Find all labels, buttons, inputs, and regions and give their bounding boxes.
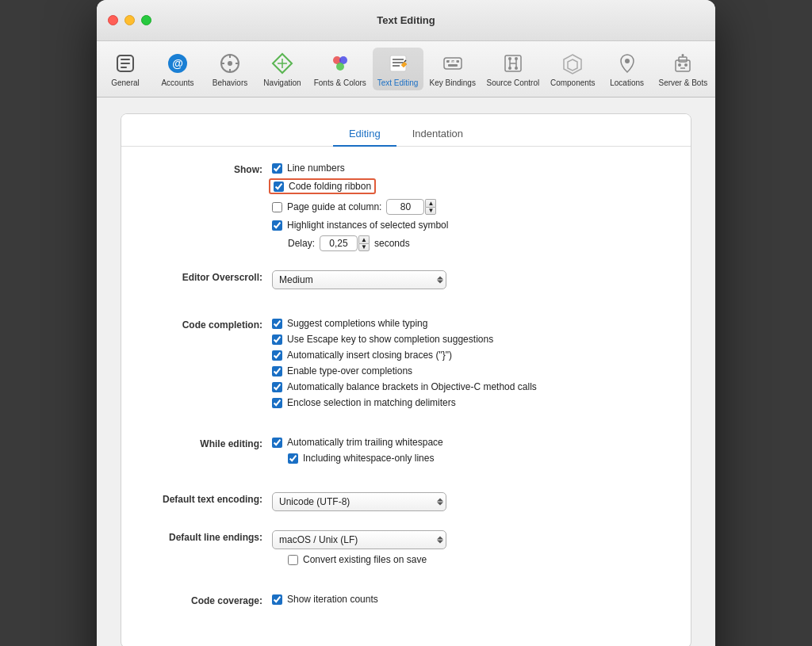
escape-key-checkbox[interactable]: [272, 334, 282, 345]
server-bots-icon: [670, 51, 695, 76]
delay-decrement[interactable]: ▼: [358, 243, 370, 251]
highlight-instances-checkbox[interactable]: [272, 220, 282, 231]
toolbar-label-text-editing: Text Editing: [377, 78, 419, 87]
code-coverage-content: Show iteration counts: [272, 594, 667, 610]
text-encoding-row: Unicode (UTF-8) UTF-16 ASCII: [272, 492, 667, 511]
svg-rect-3: [121, 67, 127, 68]
whitespace-only-lines-checkbox[interactable]: [288, 453, 298, 464]
toolbar-label-source-control: Source Control: [487, 78, 540, 87]
page-guide-spinner-buttons: ▲ ▼: [425, 199, 436, 215]
balance-brackets-checkbox[interactable]: [272, 382, 282, 392]
toolbar-item-fonts-colors[interactable]: Fonts & Colors: [309, 48, 371, 90]
general-icon: [113, 51, 138, 76]
convert-existing-checkbox[interactable]: [288, 555, 298, 565]
tab-editing[interactable]: Editing: [333, 122, 396, 147]
delay-row: Delay: ▲ ▼ seconds: [288, 235, 667, 251]
svg-point-16: [336, 63, 344, 71]
navigation-icon: [270, 51, 295, 76]
auto-insert-braces-checkbox[interactable]: [272, 350, 282, 361]
type-over-row: Enable type-over completions: [272, 365, 667, 377]
convert-existing-row: Convert existing files on save: [288, 554, 667, 565]
svg-point-35: [508, 67, 511, 70]
toolbar-item-navigation[interactable]: Navigation: [257, 48, 308, 90]
trim-whitespace-checkbox[interactable]: [272, 438, 282, 448]
whitespace-only-lines-row: Including whitespace-only lines: [288, 453, 667, 464]
show-iteration-counts-row: Show iteration counts: [272, 594, 667, 605]
while-editing-content: Automatically trim trailing whitespace I…: [272, 437, 667, 468]
svg-rect-1: [121, 59, 130, 60]
toolbar-item-source-control[interactable]: Source Control: [482, 48, 544, 90]
page-guide-input[interactable]: [386, 199, 424, 215]
line-endings-select[interactable]: macOS / Unix (LF) Windows (CRLF) Classic…: [272, 530, 446, 549]
toolbar-item-accounts[interactable]: @ Accounts: [152, 48, 203, 90]
editor-overscroll-label: Editor Overscroll:: [145, 270, 272, 283]
svg-point-41: [684, 63, 688, 67]
editor-overscroll-content: Medium None Small Large: [272, 270, 667, 294]
toolbar-item-components[interactable]: Components: [546, 48, 600, 90]
svg-point-37: [625, 59, 630, 63]
enclose-selection-checkbox[interactable]: [272, 398, 282, 408]
key-bindings-icon: ctrl opt: [440, 51, 465, 76]
main-window: Text Editing General @ Accounts: [97, 0, 715, 646]
toolbar-item-text-editing[interactable]: Text Editing: [373, 48, 423, 90]
editor-overscroll-section: Editor Overscroll: Medium None Small Lar…: [145, 270, 667, 294]
show-iteration-counts-checkbox[interactable]: [272, 594, 282, 605]
while-editing-label: While editing:: [145, 437, 272, 449]
toolbar-item-locations[interactable]: Locations: [602, 48, 653, 90]
line-numbers-row: Line numbers: [272, 162, 667, 174]
line-endings-row: macOS / Unix (LF) Windows (CRLF) Classic…: [272, 530, 667, 549]
panel-body: Show: Line numbers Code folding ribbon: [121, 147, 691, 646]
delay-input[interactable]: [320, 235, 358, 251]
svg-point-7: [228, 61, 232, 66]
line-endings-label: Default line endings:: [145, 530, 272, 543]
page-guide-decrement[interactable]: ▼: [425, 207, 436, 215]
delay-spinner-buttons: ▲ ▼: [358, 235, 370, 251]
locations-icon: [615, 51, 640, 76]
toolbar-label-accounts: Accounts: [161, 78, 193, 87]
toolbar-item-behaviors[interactable]: Behaviors: [205, 48, 255, 90]
toolbar-label-server-bots: Server & Bots: [658, 78, 707, 87]
page-guide-checkbox[interactable]: [272, 202, 282, 212]
type-over-checkbox[interactable]: [272, 366, 282, 377]
tab-indentation[interactable]: Indentation: [396, 122, 479, 147]
enclose-selection-row: Enclose selection in matching delimiters: [272, 397, 667, 408]
editor-overscroll-select[interactable]: Medium None Small Large: [272, 270, 446, 289]
maximize-button[interactable]: [141, 15, 151, 25]
text-encoding-label: Default text encoding:: [145, 492, 272, 505]
show-label: Show:: [145, 162, 272, 175]
text-encoding-select[interactable]: Unicode (UTF-8) UTF-16 ASCII: [272, 492, 446, 511]
close-button[interactable]: [108, 15, 118, 25]
svg-point-33: [508, 57, 511, 60]
minimize-button[interactable]: [124, 15, 135, 25]
page-guide-spinner: ▲ ▼: [386, 199, 436, 215]
line-numbers-checkbox[interactable]: [272, 163, 282, 174]
page-guide-increment[interactable]: ▲: [425, 199, 436, 207]
delay-increment[interactable]: ▲: [358, 235, 370, 243]
auto-insert-braces-row: Automatically insert closing braces ("}"…: [272, 350, 667, 361]
editor-overscroll-row: Medium None Small Large: [272, 270, 667, 289]
toolbar-item-general[interactable]: General: [100, 48, 151, 90]
while-editing-section: While editing: Automatically trim traili…: [145, 437, 667, 468]
code-folding-checkbox[interactable]: [274, 182, 284, 192]
line-endings-section: Default line endings: macOS / Unix (LF) …: [145, 530, 667, 570]
toolbar-item-server-bots[interactable]: Server & Bots: [654, 48, 712, 90]
code-completion-label: Code completion:: [145, 318, 272, 331]
source-control-icon: [500, 51, 526, 76]
window-controls: [108, 15, 151, 25]
titlebar: Text Editing: [97, 0, 715, 41]
svg-rect-2: [121, 63, 130, 64]
svg-rect-39: [679, 57, 687, 62]
toolbar-item-key-bindings[interactable]: ctrl opt Key Bindings: [425, 48, 481, 90]
svg-point-36: [515, 67, 518, 70]
suggest-completions-checkbox[interactable]: [272, 319, 282, 329]
svg-point-40: [678, 63, 681, 67]
escape-key-row: Use Escape key to show completion sugges…: [272, 334, 667, 345]
suggest-completions-row: Suggest completions while typing: [272, 318, 667, 329]
accounts-icon: @: [165, 51, 190, 76]
toolbar-label-components: Components: [550, 78, 596, 87]
balance-brackets-row: Automatically balance brackets in Object…: [272, 381, 667, 392]
settings-panel: Editing Indentation Show: Line numbers: [121, 113, 691, 646]
text-editing-icon: [385, 51, 411, 76]
editor-overscroll-dropdown-wrapper: Medium None Small Large: [272, 270, 446, 289]
behaviors-icon: [217, 51, 243, 76]
